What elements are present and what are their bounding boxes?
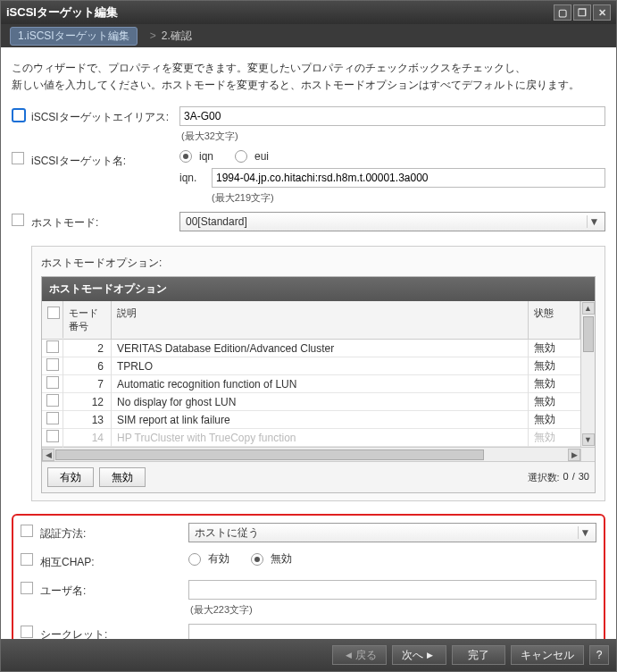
row-mode: 12 [63,393,112,411]
options-hscrollbar[interactable]: ◀ ▶ [42,447,595,461]
hostmode-options-title: ホストモードオプション: [41,256,596,271]
row-mode: 13 [63,411,112,429]
row-mode: 6 [63,357,112,375]
mutualchap-enable-label: 有効 [208,551,229,567]
enable-button[interactable]: 有効 [47,467,94,487]
targetname-checkbox[interactable] [12,152,24,164]
row-mode: 7 [63,375,112,393]
breadcrumb-sep: > [150,29,156,42]
radio-eui[interactable] [235,150,247,163]
row-checkbox[interactable] [46,340,59,353]
row-checkbox[interactable] [46,376,59,389]
help-button[interactable]: ? [589,645,609,665]
breadcrumb: 1.iSCSIターゲット編集 > 2.確認 [1,24,616,47]
row-checkbox[interactable] [46,412,59,424]
username-caption: (最大223文字) [188,600,596,617]
authmethod-checkbox[interactable] [21,525,33,537]
options-table-title: ホストモードオプション [42,277,595,301]
hostmode-options-panel: ホストモードオプション: ホストモードオプション モード番号 説明 状態 [31,246,605,501]
scroll-thumb[interactable] [55,449,484,460]
selection-count: 0 [563,471,569,484]
selection-label: 選択数: [528,471,560,484]
targetname-input[interactable] [212,168,605,188]
scroll-thumb[interactable] [583,316,594,352]
row-desc: TPRLO [112,357,529,375]
chevron-down-icon: ▼ [578,526,592,539]
alias-checkbox[interactable] [12,108,26,122]
auth-highlight-box: 認証方法: ホストに従う ▼ 相互CHAP: 有効 無効 [12,514,605,639]
authmethod-label: 認証方法: [40,523,188,542]
window-restore-button[interactable]: ❐ [573,4,591,21]
hostmode-label: ホストモード: [31,212,179,231]
breadcrumb-step-2: 2.確認 [162,29,192,44]
cancel-button[interactable]: キャンセル [511,645,584,665]
finish-button[interactable]: 完了 [452,645,505,665]
row-mode: 2 [63,340,112,357]
chevron-down-icon: ▼ [587,215,601,228]
back-button[interactable]: ◀戻る [332,645,387,665]
hostmode-checkbox[interactable] [12,214,24,226]
row-desc: Automatic recognition function of LUN [112,375,529,393]
options-selectall-checkbox[interactable] [47,307,60,319]
alias-input[interactable] [179,106,605,126]
window-title: iSCSIターゲット編集 [6,4,118,21]
authmethod-select[interactable]: ホストに従う ▼ [188,523,596,542]
secret-input[interactable] [188,624,596,639]
row-desc: VERITAS Database Edition/Advanced Cluste… [112,340,529,357]
radio-iqn[interactable] [179,150,192,163]
next-button[interactable]: 次へ▶ [392,645,446,665]
row-mode: 14 [63,429,112,447]
secret-label: シークレット: [40,624,188,639]
mutualchap-label: 相互CHAP: [40,551,188,570]
scroll-left-icon[interactable]: ◀ [42,449,54,461]
selection-total: 30 [579,471,589,484]
row-checkbox[interactable] [46,430,59,442]
row-checkbox[interactable] [46,394,59,407]
iqn-prefix: iqn. [179,172,206,184]
disable-button[interactable]: 無効 [99,467,146,487]
window-dock-button[interactable]: ▢ [554,4,571,21]
scroll-right-icon[interactable]: ▶ [568,449,580,461]
options-vscrollbar[interactable]: ▲ ▼ [580,301,595,447]
col-state[interactable]: 状態 [529,301,580,339]
hostmode-value: 00[Standard] [186,215,247,228]
row-checkbox[interactable] [46,358,59,371]
breadcrumb-step-1[interactable]: 1.iSCSIターゲット編集 [10,27,138,46]
username-input[interactable] [188,580,596,600]
col-desc[interactable]: 説明 [112,301,529,339]
secret-checkbox[interactable] [21,626,33,638]
scroll-up-icon[interactable]: ▲ [582,302,595,315]
targetname-caption: (最大219文字) [179,188,605,205]
mutualchap-checkbox[interactable] [21,553,33,566]
hostmode-select[interactable]: 00[Standard] ▼ [179,212,605,231]
mutualchap-enable-radio[interactable] [188,553,201,566]
alias-label: iSCSIターゲットエイリアス: [31,106,179,125]
scroll-down-icon[interactable]: ▼ [582,433,595,446]
mutualchap-disable-radio[interactable] [251,553,263,566]
row-state: 無効 [529,427,580,448]
window-close-button[interactable]: ✕ [593,4,611,21]
username-label: ユーザ名: [40,580,188,599]
targetname-label: iSCSIターゲット名: [31,150,179,169]
row-desc: No display for ghost LUN [112,393,529,411]
authmethod-value: ホストに従う [195,525,259,541]
mutualchap-disable-label: 無効 [271,551,292,567]
radio-eui-label: eui [254,150,269,163]
alias-caption: (最大32文字) [179,126,605,143]
row-desc: HP TruCluster with TrueCopy function [112,429,529,447]
col-mode[interactable]: モード番号 [63,301,112,339]
wizard-description: このウィザードで、プロパティを変更できます。変更したいプロパティのチェックボック… [12,60,605,94]
row-desc: SIM report at link failure [112,411,529,429]
username-checkbox[interactable] [21,582,33,594]
radio-iqn-label: iqn [199,150,213,163]
